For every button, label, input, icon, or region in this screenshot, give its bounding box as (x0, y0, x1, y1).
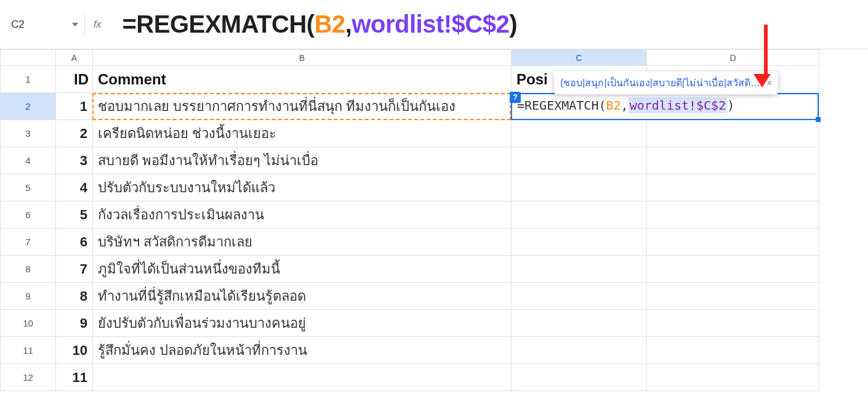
cell-B6[interactable]: กังวลเรื่องการประเมินผลงาน (93, 201, 512, 229)
formula-bar: C2 fx = REGEXMATCH ( B2 , wordlist!$C$2 … (0, 0, 868, 49)
cell-A6[interactable]: 5 (56, 201, 93, 229)
fx-icon[interactable]: fx (85, 19, 110, 30)
row-header-4[interactable]: 4 (1, 147, 56, 174)
cell-B8[interactable]: ภูมิใจที่ได้เป็นส่วนหนึ่งของทีมนี้ (93, 256, 512, 283)
formula-display[interactable]: = REGEXMATCH ( B2 , wordlist!$C$2 ) (110, 10, 517, 38)
cell-B3[interactable]: เครียดนิดหน่อย ช่วงนี้งานเยอะ (93, 120, 512, 147)
cell-B7[interactable]: บริษัทฯ สวัสดิการดีมากเลย (93, 229, 512, 256)
row-header-10[interactable]: 10 (1, 310, 56, 337)
close-icon[interactable]: × (766, 78, 772, 89)
cell-C12[interactable] (512, 364, 647, 391)
col-header-D[interactable]: D (647, 50, 819, 66)
row-header-3[interactable]: 3 (1, 120, 56, 147)
row-header-12[interactable]: 12 (1, 364, 56, 391)
row-header-8[interactable]: 8 (1, 256, 56, 283)
formula-preview-tooltip: (ชอบ|สนุก|เป็นกันเอง|สบายดี|ไม่น่าเบื่อ|… (554, 71, 778, 94)
cell-A12[interactable]: 11 (56, 364, 93, 391)
cell-D3[interactable] (647, 120, 819, 147)
cell-B9[interactable]: ทำงานที่นี่รู้สึกเหมือนได้เรียนรู้ตลอด (93, 283, 512, 310)
cell-B11[interactable]: รู้สึกมั่นคง ปลอดภัยในหน้าที่การงาน (93, 337, 512, 364)
cell-B4[interactable]: สบายดี พอมีงานให้ทำเรื่อยๆ ไม่น่าเบื่อ (93, 147, 512, 174)
row-header-2[interactable]: 2 (1, 93, 56, 120)
cell-A11[interactable]: 10 (56, 337, 93, 364)
cell-C3[interactable] (512, 120, 647, 147)
cell-C5[interactable] (512, 174, 647, 201)
row-header-11[interactable]: 11 (1, 337, 56, 364)
cell-A5[interactable]: 4 (56, 174, 93, 201)
row-header-1[interactable]: 1 (1, 66, 56, 93)
row-header-6[interactable]: 6 (1, 201, 56, 229)
cell-D8[interactable] (647, 256, 819, 283)
cell-D12[interactable] (647, 364, 819, 391)
cell-A8[interactable]: 7 (56, 256, 93, 283)
col-header-A[interactable]: A (56, 50, 93, 66)
cell-B1[interactable]: Comment (93, 66, 512, 93)
fill-handle[interactable] (816, 117, 821, 122)
cell-A9[interactable]: 8 (56, 283, 93, 310)
cell-A4[interactable]: 3 (56, 147, 93, 174)
cell-A1[interactable]: ID (56, 66, 93, 93)
chevron-down-icon[interactable] (72, 23, 78, 26)
name-box-value: C2 (11, 18, 67, 31)
active-formula-text[interactable]: =REGEXMATCH(B2,wordlist!$C$2) (512, 94, 818, 116)
col-header-C[interactable]: C (512, 50, 647, 66)
tooltip-text: (ชอบ|สนุก|เป็นกันเอง|สบายดี|ไม่น่าเบื่อ|… (560, 75, 760, 91)
formula-help-icon[interactable]: ? (510, 92, 521, 103)
active-cell-editor[interactable]: ? =REGEXMATCH(B2,wordlist!$C$2) (511, 93, 819, 120)
cell-D9[interactable] (647, 283, 819, 310)
cell-A3[interactable]: 2 (56, 120, 93, 147)
row-header-9[interactable]: 9 (1, 283, 56, 310)
cell-D10[interactable] (647, 310, 819, 337)
name-box[interactable]: C2 (5, 14, 85, 36)
spreadsheet-grid: A B C D 1 ID Comment Posi 2 1 ชอบมากเลย … (0, 49, 868, 391)
cell-C6[interactable] (512, 201, 647, 229)
cell-A2[interactable]: 1 (56, 93, 93, 120)
cell-C8[interactable] (512, 256, 647, 283)
cell-D11[interactable] (647, 337, 819, 364)
cell-B5[interactable]: ปรับตัวกับระบบงานใหม่ได้แล้ว (93, 174, 512, 201)
row-header-5[interactable]: 5 (1, 174, 56, 201)
cell-D4[interactable] (647, 147, 819, 174)
cell-A7[interactable]: 6 (56, 229, 93, 256)
col-header-B[interactable]: B (93, 50, 512, 66)
cell-C7[interactable] (512, 229, 647, 256)
select-all-corner[interactable] (1, 50, 56, 66)
cell-B2[interactable]: ชอบมากเลย บรรยากาศการทำงานที่นี่สนุก ทีม… (93, 93, 512, 120)
cell-B12[interactable] (93, 364, 512, 391)
row-header-7[interactable]: 7 (1, 229, 56, 256)
cell-B10[interactable]: ยังปรับตัวกับเพื่อนร่วมงานบางคนอยู่ (93, 310, 512, 337)
cell-A10[interactable]: 9 (56, 310, 93, 337)
cell-C11[interactable] (512, 337, 647, 364)
cell-C9[interactable] (512, 283, 647, 310)
cell-D7[interactable] (647, 229, 819, 256)
cell-D6[interactable] (647, 201, 819, 229)
cell-C4[interactable] (512, 147, 647, 174)
cell-D5[interactable] (647, 174, 819, 201)
cell-C10[interactable] (512, 310, 647, 337)
